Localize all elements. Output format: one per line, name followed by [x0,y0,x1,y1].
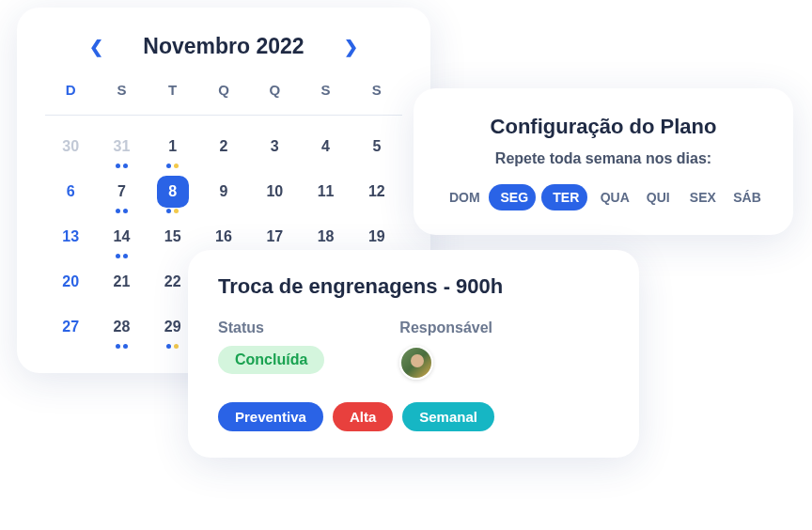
calendar-day[interactable]: 4 [300,125,351,170]
calendar-day[interactable]: 15 [148,215,198,260]
task-tag: Semanal [402,402,494,431]
calendar-day-number: 30 [55,131,86,163]
calendar-divider [45,115,402,116]
event-dot-icon [116,209,120,213]
weekday-chip[interactable]: SEX [682,184,720,210]
calendar-day-number: 16 [208,221,240,253]
calendar-day[interactable]: 11 [300,170,351,215]
task-tag: Alta [333,402,393,431]
event-dot-icon [174,209,179,213]
calendar-header: ❮ Novembro 2022 ❯ [45,34,402,59]
calendar-day[interactable]: 30 [45,125,96,170]
calendar-day[interactable]: 8 [148,170,198,215]
calendar-day-number: 28 [105,311,137,343]
calendar-day[interactable]: 21 [96,260,147,305]
calendar-day-number: 15 [157,221,189,253]
calendar-day-number: 3 [258,131,290,163]
event-dot-icon [123,209,128,213]
calendar-day[interactable]: 6 [45,170,96,215]
calendar-day-number: 22 [157,266,189,298]
calendar-day[interactable]: 1 [148,125,198,170]
event-dot-icon [174,164,179,168]
prev-month-button[interactable]: ❮ [86,37,105,57]
calendar-weekday: T [148,82,198,115]
calendar-day-number: 14 [105,221,137,253]
next-month-button[interactable]: ❯ [342,37,361,57]
calendar-weekday: Q [249,82,300,115]
event-dot-icon [166,164,171,168]
plan-config-title: Configuração do Plano [442,115,765,139]
weekday-chip[interactable]: SEG [489,184,536,210]
plan-config-card: Configuração do Plano Repete toda semana… [414,88,793,235]
calendar-day-number: 17 [258,221,290,253]
calendar-day[interactable]: 20 [45,260,96,305]
weekday-chip[interactable]: TER [541,184,586,210]
calendar-day-number: 5 [361,131,393,163]
task-responsible-col: Responsável [399,320,492,380]
weekday-chip-row: DOMSEGTERQUAQUISEXSÁB [442,184,765,210]
calendar-day[interactable]: 5 [351,125,402,170]
event-dot-icon [166,209,171,213]
calendar-day-dots [116,164,128,168]
calendar-day-number: 4 [310,131,342,163]
calendar-day-number: 9 [208,176,240,208]
calendar-day-number: 8 [157,176,189,208]
event-dot-icon [123,254,128,258]
avatar[interactable] [399,346,433,380]
task-title: Troca de engrenagens - 900h [218,274,609,299]
calendar-day-dots [166,164,179,168]
calendar-day-number: 2 [208,131,240,163]
calendar-day-dots [166,209,179,213]
calendar-weekday: S [96,82,147,115]
calendar-day[interactable]: 9 [198,170,249,215]
calendar-day-number: 20 [55,266,86,298]
calendar-day-number: 29 [157,311,189,343]
event-dot-icon [116,164,120,168]
calendar-day-dots [116,209,128,213]
calendar-day[interactable]: 13 [45,215,96,260]
calendar-day[interactable]: 3 [249,125,300,170]
calendar-title: Novembro 2022 [143,34,304,59]
calendar-weekday: D [45,82,96,115]
calendar-day-number: 13 [55,221,86,253]
calendar-day[interactable]: 10 [249,170,300,215]
calendar-weekday-row: DSTQQSS [45,82,402,115]
calendar-day[interactable]: 31 [96,125,147,170]
calendar-day[interactable]: 7 [96,170,147,215]
task-tag-row: PreventivaAltaSemanal [218,402,609,431]
calendar-day[interactable]: 2 [198,125,249,170]
calendar-weekday: S [351,82,402,115]
status-label: Status [218,320,324,336]
weekday-chip[interactable]: DOM [442,184,483,210]
task-status-col: Status Concluída [218,320,324,380]
calendar-day-number: 27 [55,311,86,343]
weekday-chip[interactable]: QUA [593,184,633,210]
calendar-day-number: 7 [105,176,137,208]
weekday-chip[interactable]: SÁB [726,184,765,210]
event-dot-icon [123,344,128,349]
calendar-day-number: 19 [361,221,393,253]
calendar-day-number: 10 [258,176,290,208]
calendar-weekday: S [300,82,351,115]
calendar-day-number: 21 [105,266,137,298]
calendar-day[interactable]: 12 [351,170,402,215]
task-card: Troca de engrenagens - 900h Status Concl… [188,250,639,458]
weekday-chip[interactable]: QUI [639,184,677,210]
calendar-day-number: 11 [310,176,342,208]
calendar-day-dots [116,344,128,349]
calendar-day[interactable]: 27 [45,305,96,351]
calendar-day-number: 31 [105,131,137,163]
calendar-day[interactable]: 14 [96,215,147,260]
calendar-day-number: 18 [310,221,342,253]
task-tag: Preventiva [218,402,323,431]
event-dot-icon [123,164,128,168]
calendar-day-number: 12 [361,176,393,208]
event-dot-icon [166,344,171,349]
responsible-label: Responsável [399,320,492,336]
calendar-weekday: Q [198,82,249,115]
event-dot-icon [116,254,120,258]
calendar-day[interactable]: 28 [96,305,147,351]
plan-config-subtitle: Repete toda semana nos dias: [442,150,765,167]
task-details-row: Status Concluída Responsável [218,320,609,380]
calendar-day-number: 6 [55,176,86,208]
